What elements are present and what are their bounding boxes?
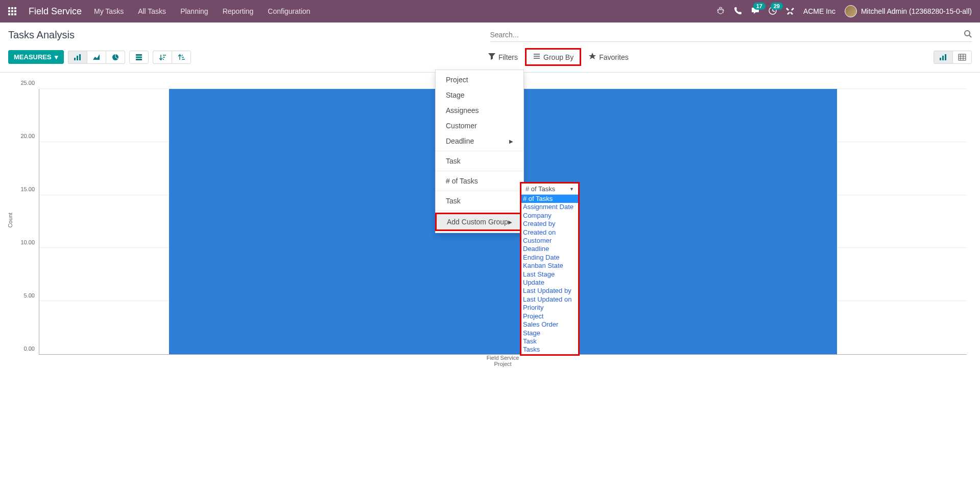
nav-link-reporting[interactable]: Reporting bbox=[223, 7, 254, 15]
pivot-view-button[interactable] bbox=[952, 51, 972, 64]
search-input[interactable] bbox=[490, 31, 964, 39]
nav-link-my-tasks[interactable]: My Tasks bbox=[94, 7, 124, 15]
divider bbox=[436, 151, 523, 151]
navbar-left: Field Service My Tasks All Tasks Plannin… bbox=[8, 6, 310, 17]
y-tick: 15.00 bbox=[20, 186, 35, 192]
divider bbox=[436, 171, 523, 171]
custom-option[interactable]: Assignment Date bbox=[521, 203, 578, 211]
svg-rect-10 bbox=[945, 54, 946, 60]
tools-icon[interactable] bbox=[786, 7, 794, 16]
custom-option[interactable]: Tasks bbox=[521, 346, 578, 354]
caret-down-icon: ▾ bbox=[55, 53, 58, 61]
custom-option[interactable]: # of Tasks bbox=[521, 195, 578, 203]
svg-rect-6 bbox=[136, 56, 142, 58]
custom-option[interactable]: Customer bbox=[521, 237, 578, 245]
custom-option[interactable]: Last Updated on bbox=[521, 295, 578, 304]
x-tick: Field Service bbox=[39, 355, 967, 361]
custom-group-select: # of Tasks ▼ # of Tasks Assignment Date … bbox=[520, 182, 580, 356]
bar-chart-button[interactable] bbox=[68, 51, 87, 64]
search-icon[interactable] bbox=[964, 30, 972, 39]
svg-rect-5 bbox=[136, 54, 142, 56]
user-menu[interactable]: Mitchell Admin (12368280-15-0-all) bbox=[845, 5, 972, 17]
stacked-button[interactable] bbox=[129, 51, 149, 64]
custom-option[interactable]: Company bbox=[521, 212, 578, 220]
group-by-count-tasks[interactable]: # of Tasks bbox=[436, 173, 523, 189]
y-tick: 0.00 bbox=[24, 346, 35, 352]
custom-group-options: # of Tasks Assignment Date Company Creat… bbox=[521, 195, 578, 354]
y-tick: 5.00 bbox=[24, 292, 35, 299]
line-chart-button[interactable] bbox=[87, 51, 106, 64]
group-by-icon bbox=[533, 52, 541, 62]
svg-rect-9 bbox=[942, 56, 944, 60]
chart-type-group bbox=[68, 51, 125, 64]
svg-rect-8 bbox=[940, 58, 941, 60]
svg-rect-11 bbox=[959, 54, 966, 60]
page-title: Tasks Analysis bbox=[8, 29, 75, 41]
custom-option[interactable]: Sales Order bbox=[521, 320, 578, 329]
control-panel: Tasks Analysis MEASURES ▾ bbox=[0, 22, 980, 73]
graph-view-button[interactable] bbox=[934, 51, 952, 64]
nav-links: My Tasks All Tasks Planning Reporting Co… bbox=[94, 7, 310, 15]
group-by-stage[interactable]: Stage bbox=[436, 87, 523, 103]
sort-asc-button[interactable] bbox=[172, 51, 191, 64]
custom-option[interactable]: Stage bbox=[521, 329, 578, 337]
user-name: Mitchell Admin (12368280-15-0-all) bbox=[861, 7, 972, 15]
nav-link-all-tasks[interactable]: All Tasks bbox=[138, 7, 166, 15]
y-tick: 25.00 bbox=[20, 80, 35, 86]
group-by-dropdown[interactable]: Group By bbox=[525, 48, 581, 66]
filters-dropdown[interactable]: Filters bbox=[482, 48, 524, 66]
bug-icon[interactable] bbox=[716, 7, 725, 16]
activity-icon[interactable]: 29 bbox=[769, 7, 777, 16]
measures-label: MEASURES bbox=[14, 53, 52, 61]
sort-group bbox=[153, 51, 191, 64]
add-custom-group[interactable]: Add Custom Group ▶ bbox=[435, 213, 524, 231]
custom-option[interactable]: Ending Date bbox=[521, 254, 578, 262]
custom-option[interactable]: Created by bbox=[521, 220, 578, 228]
phone-icon[interactable] bbox=[734, 7, 742, 16]
top-navbar: Field Service My Tasks All Tasks Plannin… bbox=[0, 0, 980, 22]
group-by-label: Group By bbox=[543, 53, 573, 61]
divider bbox=[436, 211, 523, 211]
navbar-right: 17 29 ACME Inc Mitchell Admin (12368280-… bbox=[716, 5, 972, 17]
custom-option[interactable]: Last Stage Update bbox=[521, 270, 578, 287]
custom-option[interactable]: Last Updated by bbox=[521, 287, 578, 295]
activity-badge: 29 bbox=[771, 3, 783, 10]
svg-rect-1 bbox=[74, 58, 76, 60]
nav-link-configuration[interactable]: Configuration bbox=[268, 7, 310, 15]
company-selector[interactable]: ACME Inc bbox=[803, 7, 835, 15]
chevron-right-icon: ▶ bbox=[508, 219, 512, 225]
pie-chart-button[interactable] bbox=[106, 51, 125, 64]
svg-point-0 bbox=[965, 31, 970, 36]
filter-icon bbox=[488, 52, 496, 62]
group-by-project[interactable]: Project bbox=[436, 72, 523, 87]
divider bbox=[436, 191, 523, 191]
search-bar[interactable] bbox=[490, 28, 972, 42]
custom-option[interactable]: Kanban State bbox=[521, 262, 578, 270]
nav-link-planning[interactable]: Planning bbox=[180, 7, 208, 15]
star-icon bbox=[588, 52, 596, 62]
custom-option[interactable]: Task bbox=[521, 337, 578, 346]
group-by-menu: Project Stage Assignees Customer Deadlin… bbox=[435, 70, 524, 233]
group-by-assignees[interactable]: Assignees bbox=[436, 103, 523, 118]
group-by-deadline[interactable]: Deadline ▶ bbox=[436, 133, 523, 149]
group-by-customer[interactable]: Customer bbox=[436, 118, 523, 133]
custom-option[interactable]: Priority bbox=[521, 304, 578, 312]
favorites-dropdown[interactable]: Favorites bbox=[582, 48, 635, 66]
group-by-task-2[interactable]: Task bbox=[436, 193, 523, 209]
y-axis: 0.00 5.00 10.00 15.00 20.00 25.00 bbox=[8, 89, 39, 355]
messages-icon[interactable]: 17 bbox=[751, 7, 759, 16]
custom-option[interactable]: Created on bbox=[521, 228, 578, 237]
custom-option[interactable]: Project bbox=[521, 312, 578, 320]
svg-rect-3 bbox=[79, 54, 81, 60]
apps-icon[interactable] bbox=[8, 7, 16, 15]
view-switcher bbox=[934, 51, 972, 64]
custom-group-selected[interactable]: # of Tasks ▼ bbox=[521, 183, 578, 195]
chevron-right-icon: ▶ bbox=[509, 139, 513, 144]
favorites-label: Favorites bbox=[599, 53, 629, 61]
app-title[interactable]: Field Service bbox=[29, 6, 82, 17]
group-by-task-1[interactable]: Task bbox=[436, 153, 523, 169]
custom-option[interactable]: Deadline bbox=[521, 245, 578, 253]
sort-desc-button[interactable] bbox=[153, 51, 172, 64]
svg-rect-2 bbox=[77, 56, 78, 60]
measures-button[interactable]: MEASURES ▾ bbox=[8, 50, 64, 64]
